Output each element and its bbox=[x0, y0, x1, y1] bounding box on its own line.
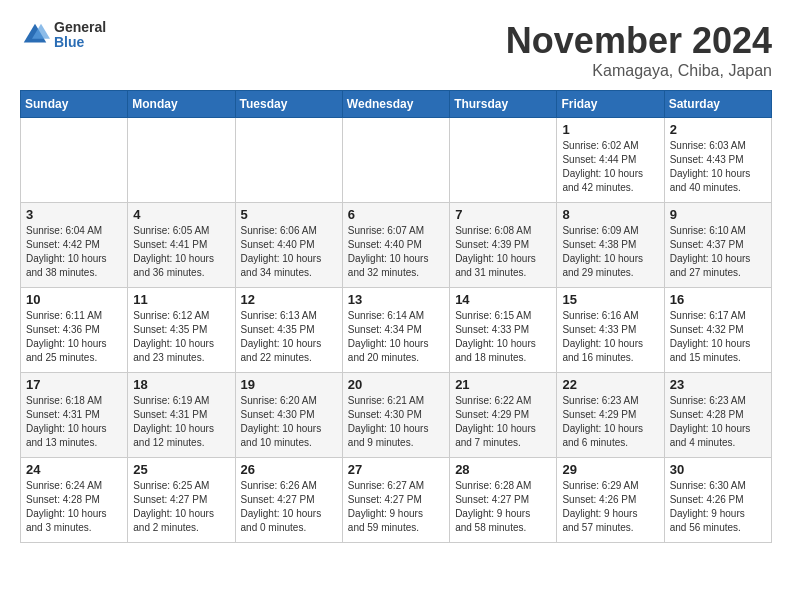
location: Kamagaya, Chiba, Japan bbox=[506, 62, 772, 80]
weekday-header: Tuesday bbox=[235, 91, 342, 118]
day-info: Sunrise: 6:19 AM Sunset: 4:31 PM Dayligh… bbox=[133, 394, 229, 450]
day-info: Sunrise: 6:13 AM Sunset: 4:35 PM Dayligh… bbox=[241, 309, 337, 365]
day-number: 20 bbox=[348, 377, 444, 392]
calendar-cell bbox=[450, 118, 557, 203]
calendar-cell: 20Sunrise: 6:21 AM Sunset: 4:30 PM Dayli… bbox=[342, 373, 449, 458]
day-info: Sunrise: 6:11 AM Sunset: 4:36 PM Dayligh… bbox=[26, 309, 122, 365]
calendar-cell: 11Sunrise: 6:12 AM Sunset: 4:35 PM Dayli… bbox=[128, 288, 235, 373]
calendar-cell: 8Sunrise: 6:09 AM Sunset: 4:38 PM Daylig… bbox=[557, 203, 664, 288]
day-info: Sunrise: 6:27 AM Sunset: 4:27 PM Dayligh… bbox=[348, 479, 444, 535]
calendar-cell: 2Sunrise: 6:03 AM Sunset: 4:43 PM Daylig… bbox=[664, 118, 771, 203]
calendar-week-row: 24Sunrise: 6:24 AM Sunset: 4:28 PM Dayli… bbox=[21, 458, 772, 543]
day-number: 7 bbox=[455, 207, 551, 222]
day-info: Sunrise: 6:06 AM Sunset: 4:40 PM Dayligh… bbox=[241, 224, 337, 280]
calendar-cell: 6Sunrise: 6:07 AM Sunset: 4:40 PM Daylig… bbox=[342, 203, 449, 288]
day-number: 4 bbox=[133, 207, 229, 222]
day-number: 24 bbox=[26, 462, 122, 477]
calendar-cell bbox=[21, 118, 128, 203]
day-number: 21 bbox=[455, 377, 551, 392]
day-info: Sunrise: 6:12 AM Sunset: 4:35 PM Dayligh… bbox=[133, 309, 229, 365]
calendar-cell bbox=[235, 118, 342, 203]
day-info: Sunrise: 6:25 AM Sunset: 4:27 PM Dayligh… bbox=[133, 479, 229, 535]
day-info: Sunrise: 6:30 AM Sunset: 4:26 PM Dayligh… bbox=[670, 479, 766, 535]
day-number: 11 bbox=[133, 292, 229, 307]
weekday-header: Sunday bbox=[21, 91, 128, 118]
calendar-cell: 15Sunrise: 6:16 AM Sunset: 4:33 PM Dayli… bbox=[557, 288, 664, 373]
calendar-cell: 25Sunrise: 6:25 AM Sunset: 4:27 PM Dayli… bbox=[128, 458, 235, 543]
calendar-cell: 1Sunrise: 6:02 AM Sunset: 4:44 PM Daylig… bbox=[557, 118, 664, 203]
day-number: 14 bbox=[455, 292, 551, 307]
calendar-cell: 26Sunrise: 6:26 AM Sunset: 4:27 PM Dayli… bbox=[235, 458, 342, 543]
title-section: November 2024 Kamagaya, Chiba, Japan bbox=[506, 20, 772, 80]
day-info: Sunrise: 6:23 AM Sunset: 4:29 PM Dayligh… bbox=[562, 394, 658, 450]
day-info: Sunrise: 6:09 AM Sunset: 4:38 PM Dayligh… bbox=[562, 224, 658, 280]
day-info: Sunrise: 6:05 AM Sunset: 4:41 PM Dayligh… bbox=[133, 224, 229, 280]
day-info: Sunrise: 6:03 AM Sunset: 4:43 PM Dayligh… bbox=[670, 139, 766, 195]
day-number: 3 bbox=[26, 207, 122, 222]
calendar-cell: 17Sunrise: 6:18 AM Sunset: 4:31 PM Dayli… bbox=[21, 373, 128, 458]
day-info: Sunrise: 6:18 AM Sunset: 4:31 PM Dayligh… bbox=[26, 394, 122, 450]
calendar-cell: 28Sunrise: 6:28 AM Sunset: 4:27 PM Dayli… bbox=[450, 458, 557, 543]
calendar-cell bbox=[128, 118, 235, 203]
day-number: 27 bbox=[348, 462, 444, 477]
day-number: 1 bbox=[562, 122, 658, 137]
day-number: 22 bbox=[562, 377, 658, 392]
calendar-cell: 12Sunrise: 6:13 AM Sunset: 4:35 PM Dayli… bbox=[235, 288, 342, 373]
calendar-week-row: 10Sunrise: 6:11 AM Sunset: 4:36 PM Dayli… bbox=[21, 288, 772, 373]
logo-general: General bbox=[54, 20, 106, 35]
page-header: General Blue November 2024 Kamagaya, Chi… bbox=[20, 20, 772, 80]
day-info: Sunrise: 6:14 AM Sunset: 4:34 PM Dayligh… bbox=[348, 309, 444, 365]
calendar-cell: 18Sunrise: 6:19 AM Sunset: 4:31 PM Dayli… bbox=[128, 373, 235, 458]
calendar-cell: 23Sunrise: 6:23 AM Sunset: 4:28 PM Dayli… bbox=[664, 373, 771, 458]
day-number: 15 bbox=[562, 292, 658, 307]
calendar-cell: 29Sunrise: 6:29 AM Sunset: 4:26 PM Dayli… bbox=[557, 458, 664, 543]
day-number: 5 bbox=[241, 207, 337, 222]
day-number: 9 bbox=[670, 207, 766, 222]
weekday-header: Monday bbox=[128, 91, 235, 118]
day-info: Sunrise: 6:15 AM Sunset: 4:33 PM Dayligh… bbox=[455, 309, 551, 365]
day-info: Sunrise: 6:24 AM Sunset: 4:28 PM Dayligh… bbox=[26, 479, 122, 535]
calendar-week-row: 3Sunrise: 6:04 AM Sunset: 4:42 PM Daylig… bbox=[21, 203, 772, 288]
day-number: 6 bbox=[348, 207, 444, 222]
calendar-cell: 5Sunrise: 6:06 AM Sunset: 4:40 PM Daylig… bbox=[235, 203, 342, 288]
day-number: 30 bbox=[670, 462, 766, 477]
day-info: Sunrise: 6:10 AM Sunset: 4:37 PM Dayligh… bbox=[670, 224, 766, 280]
logo-icon bbox=[20, 20, 50, 50]
calendar-cell: 24Sunrise: 6:24 AM Sunset: 4:28 PM Dayli… bbox=[21, 458, 128, 543]
day-number: 19 bbox=[241, 377, 337, 392]
day-info: Sunrise: 6:20 AM Sunset: 4:30 PM Dayligh… bbox=[241, 394, 337, 450]
day-info: Sunrise: 6:17 AM Sunset: 4:32 PM Dayligh… bbox=[670, 309, 766, 365]
day-info: Sunrise: 6:04 AM Sunset: 4:42 PM Dayligh… bbox=[26, 224, 122, 280]
day-info: Sunrise: 6:08 AM Sunset: 4:39 PM Dayligh… bbox=[455, 224, 551, 280]
day-number: 23 bbox=[670, 377, 766, 392]
day-info: Sunrise: 6:16 AM Sunset: 4:33 PM Dayligh… bbox=[562, 309, 658, 365]
day-info: Sunrise: 6:02 AM Sunset: 4:44 PM Dayligh… bbox=[562, 139, 658, 195]
calendar-cell: 9Sunrise: 6:10 AM Sunset: 4:37 PM Daylig… bbox=[664, 203, 771, 288]
calendar-cell: 19Sunrise: 6:20 AM Sunset: 4:30 PM Dayli… bbox=[235, 373, 342, 458]
calendar-cell: 21Sunrise: 6:22 AM Sunset: 4:29 PM Dayli… bbox=[450, 373, 557, 458]
month-title: November 2024 bbox=[506, 20, 772, 62]
day-number: 18 bbox=[133, 377, 229, 392]
day-info: Sunrise: 6:07 AM Sunset: 4:40 PM Dayligh… bbox=[348, 224, 444, 280]
calendar-week-row: 1Sunrise: 6:02 AM Sunset: 4:44 PM Daylig… bbox=[21, 118, 772, 203]
weekday-header: Thursday bbox=[450, 91, 557, 118]
calendar-cell: 22Sunrise: 6:23 AM Sunset: 4:29 PM Dayli… bbox=[557, 373, 664, 458]
weekday-header: Saturday bbox=[664, 91, 771, 118]
day-number: 28 bbox=[455, 462, 551, 477]
day-info: Sunrise: 6:28 AM Sunset: 4:27 PM Dayligh… bbox=[455, 479, 551, 535]
calendar-cell: 13Sunrise: 6:14 AM Sunset: 4:34 PM Dayli… bbox=[342, 288, 449, 373]
day-info: Sunrise: 6:26 AM Sunset: 4:27 PM Dayligh… bbox=[241, 479, 337, 535]
day-number: 13 bbox=[348, 292, 444, 307]
calendar-cell: 14Sunrise: 6:15 AM Sunset: 4:33 PM Dayli… bbox=[450, 288, 557, 373]
calendar-cell: 10Sunrise: 6:11 AM Sunset: 4:36 PM Dayli… bbox=[21, 288, 128, 373]
day-number: 12 bbox=[241, 292, 337, 307]
weekday-header: Friday bbox=[557, 91, 664, 118]
calendar-cell bbox=[342, 118, 449, 203]
calendar-week-row: 17Sunrise: 6:18 AM Sunset: 4:31 PM Dayli… bbox=[21, 373, 772, 458]
day-number: 16 bbox=[670, 292, 766, 307]
day-number: 2 bbox=[670, 122, 766, 137]
weekday-header: Wednesday bbox=[342, 91, 449, 118]
day-info: Sunrise: 6:22 AM Sunset: 4:29 PM Dayligh… bbox=[455, 394, 551, 450]
calendar-cell: 27Sunrise: 6:27 AM Sunset: 4:27 PM Dayli… bbox=[342, 458, 449, 543]
calendar-cell: 30Sunrise: 6:30 AM Sunset: 4:26 PM Dayli… bbox=[664, 458, 771, 543]
